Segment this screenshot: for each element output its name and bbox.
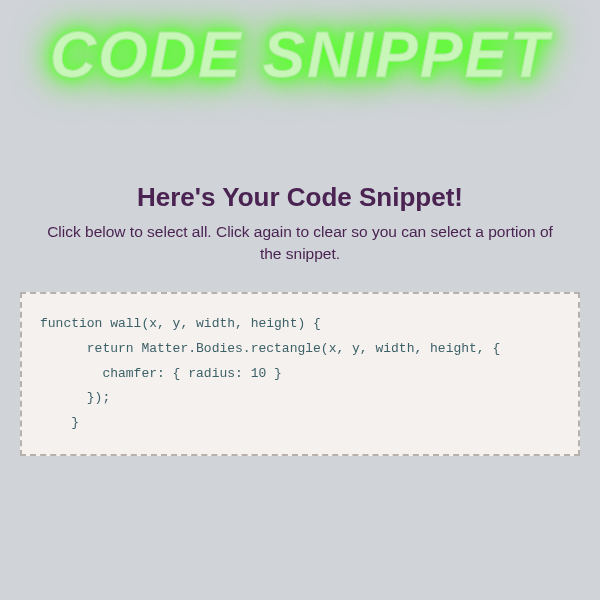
banner-title: CODE SNIPPET [0, 0, 600, 92]
code-snippet-box[interactable]: function wall(x, y, width, height) { ret… [20, 292, 580, 455]
instructions-text: Click below to select all. Click again t… [40, 221, 560, 264]
content-area: Here's Your Code Snippet! Click below to… [0, 182, 600, 264]
page-heading: Here's Your Code Snippet! [20, 182, 580, 213]
code-content[interactable]: function wall(x, y, width, height) { ret… [40, 312, 560, 435]
